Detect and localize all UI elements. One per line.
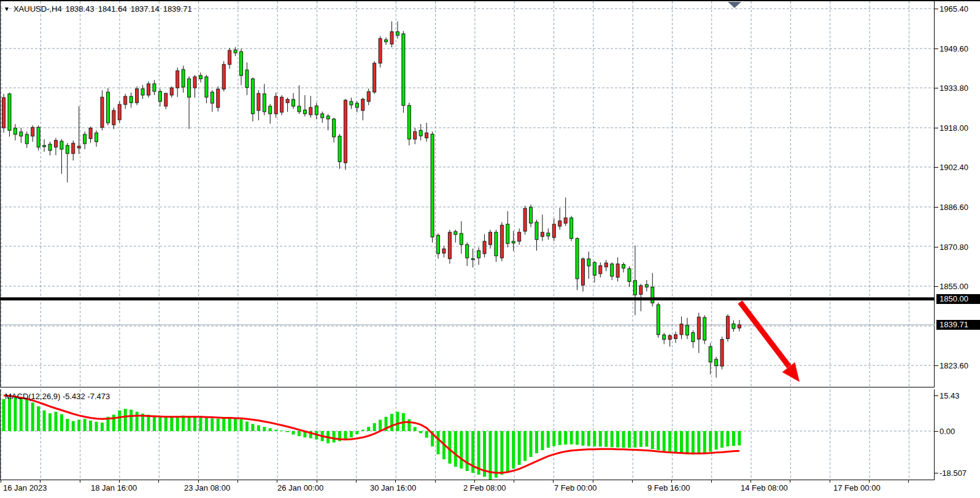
candle-bullish [170,88,173,95]
macd-histogram [2,398,741,480]
macd-bar [437,431,440,454]
candle-bearish [106,92,109,123]
time-axis-tick [750,480,751,483]
candles-group [2,21,741,378]
macd-bar [639,431,642,447]
horizontal-level-line-1850[interactable] [1,297,935,300]
candle-bullish [564,218,567,224]
macd-bar [460,431,463,469]
macd-bar [657,431,660,450]
price-axis-label: 1965.40 [939,4,968,14]
candle-bullish [680,324,683,335]
macd-bar [193,416,196,431]
candle-bullish [77,146,80,148]
macd-bar [448,431,451,464]
chart-shift-marker-icon[interactable] [726,0,744,10]
ohlc-close: 1839.71 [163,4,192,14]
candle-bearish [587,259,590,266]
candle-bearish [402,34,405,106]
candle-bearish [709,347,712,362]
candle-bearish [593,262,596,275]
time-axis-tick [277,480,277,483]
macd-bar [234,418,237,431]
macd-bar [663,431,666,451]
candle-bearish [611,264,614,276]
candle-bearish [95,133,98,141]
candle-bearish [182,69,185,87]
price-chart-pane[interactable] [0,1,935,387]
symbol-dropdown-icon[interactable]: ▼ [4,6,10,12]
candle-bullish [112,111,115,125]
macd-bar [466,431,469,471]
macd-bar [222,418,225,431]
candle-bullish [164,93,168,106]
time-axis-label: 30 Jan 16:00 [370,483,416,492]
candle-bullish [442,249,446,253]
macd-bar [118,410,121,431]
time-axis-label: 17 Feb 00:00 [833,483,881,492]
candle-bearish [460,233,463,244]
macd-bar [732,431,735,446]
macd-bar [205,418,208,431]
symbol-period-label: XAUUSD-,H4 [14,4,62,14]
candle-bearish [663,335,666,339]
macd-bar [129,410,133,431]
time-axis-label: 7 Feb 00:00 [554,483,596,492]
time-axis-tick [790,480,790,483]
macd-indicator-pane[interactable] [0,389,935,480]
macd-bar [136,412,139,431]
macd-bar [350,431,353,437]
level-price-badge: 1850.00 [936,294,980,304]
candle-bearish [303,110,306,114]
macd-bar [66,419,69,431]
time-axis-tick [593,480,593,483]
macd-bar [298,431,301,436]
candle-bearish [454,231,457,235]
macd-bar [685,431,689,454]
time-axis-tick [158,480,159,483]
candle-bullish [668,336,671,340]
price-axis-tick [934,365,938,366]
shift-marker-triangle [728,2,741,8]
candle-bearish [657,305,660,335]
macd-bar [611,431,614,447]
macd-bar [95,422,98,431]
candle-bearish [512,241,515,243]
macd-bar [633,431,636,448]
candle-bearish [576,238,579,279]
price-axis-tick [934,9,938,9]
candle-bearish [205,77,208,97]
macd-bar [8,398,11,431]
macd-bar [72,421,75,431]
macd-bar [43,410,46,431]
macd-axis-tick [934,431,938,432]
macd-bar [274,430,277,431]
macd-bar [263,427,266,431]
macd-bar [564,431,567,445]
candle-bullish [541,232,544,236]
macd-bar [373,423,376,431]
price-axis-tick [934,88,938,88]
macd-bar [2,399,6,431]
time-axis-tick [80,480,80,483]
candle-bullish [361,99,365,110]
candle-bullish [309,107,312,115]
macd-bar [280,430,284,431]
time-axis-tick [356,480,357,483]
current-price-badge: 1839.71 [936,320,980,330]
macd-bar [506,431,509,472]
candle-bearish [651,287,654,303]
candle-bullish [257,93,260,111]
candle-bearish [43,146,46,147]
candle-bearish [251,79,254,114]
macd-bar [14,398,17,431]
macd-bar [286,431,289,432]
macd-axis-tick [934,473,938,473]
trading-chart-window: ▼ XAUUSD-,H4 1838.43 1841.64 1837.14 183… [0,0,980,498]
time-axis-tick [711,480,712,483]
candle-bearish [298,106,301,112]
time-axis-tick [317,480,317,483]
macd-bar [570,431,573,445]
price-axis-label: 1933.80 [939,84,968,93]
macd-bar [720,431,723,448]
